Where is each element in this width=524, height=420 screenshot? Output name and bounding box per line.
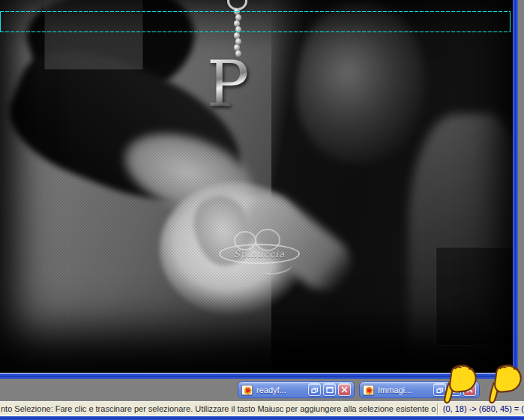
selection-marquee-left <box>0 11 1 32</box>
photo-frame-vignette <box>0 0 513 373</box>
selection-marquee-right <box>510 11 511 32</box>
status-separator <box>437 404 438 415</box>
watermark: Spinuccia <box>219 231 316 278</box>
editor-workspace: P Spinuccia readyf... <box>0 0 524 420</box>
restore-icon <box>311 386 319 394</box>
selection-marquee-top <box>0 11 511 12</box>
restore-button[interactable] <box>308 383 321 396</box>
minimized-window-title: readyf... <box>255 386 306 394</box>
close-icon <box>341 386 348 393</box>
minimized-window-title: Immagi... <box>376 386 431 394</box>
close-button[interactable] <box>338 383 351 396</box>
status-message: nto Selezione: Fare clic e trascinare pe… <box>0 404 437 413</box>
pointing-hand-icon <box>442 363 479 406</box>
window-resize-border-right[interactable] <box>513 0 518 379</box>
window-resize-border-bottom[interactable] <box>0 373 518 379</box>
image-window: P Spinuccia <box>0 0 524 379</box>
maximize-icon <box>326 386 334 394</box>
document-icon <box>363 385 374 395</box>
maximize-button[interactable] <box>323 383 336 396</box>
taskbar-top-edge <box>0 416 524 420</box>
photo-canvas[interactable]: P Spinuccia <box>0 0 513 373</box>
selection-marquee-bottom <box>0 32 511 32</box>
pointing-hand-icon <box>487 363 524 406</box>
charm-letter-p: P <box>207 52 250 116</box>
minimized-window-readyf[interactable]: readyf... <box>238 381 355 398</box>
document-icon <box>241 385 253 395</box>
